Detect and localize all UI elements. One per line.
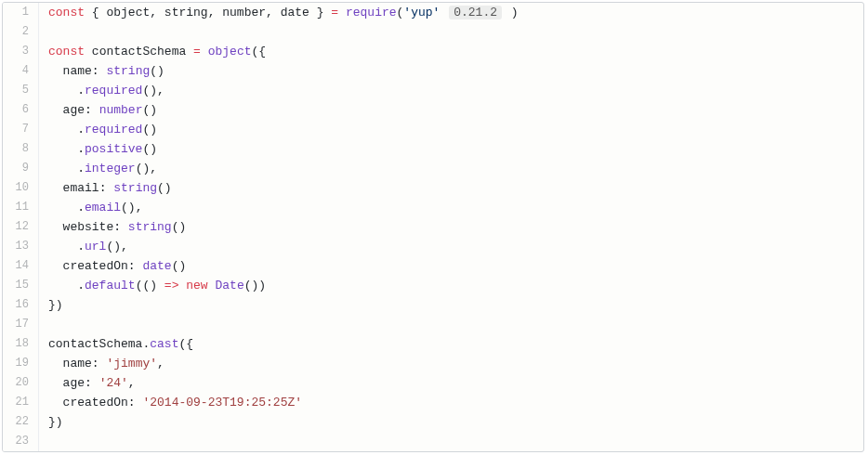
code-line: 20 age: '24', xyxy=(3,373,863,393)
line-number: 5 xyxy=(3,81,39,100)
code-line: 12 website: string() xyxy=(3,217,863,237)
code-line: 19 name: 'jimmy', xyxy=(3,354,863,373)
line-number: 3 xyxy=(3,42,39,61)
code-block: 1const { object, string, number, date } … xyxy=(2,2,864,452)
line-number: 17 xyxy=(3,315,39,334)
line-number: 14 xyxy=(3,256,39,276)
code-line: 2 xyxy=(3,22,863,42)
line-number: 18 xyxy=(3,334,39,354)
line-number: 20 xyxy=(3,373,39,393)
code-line: 17 xyxy=(3,315,863,334)
line-number: 12 xyxy=(3,217,39,237)
line-number: 22 xyxy=(3,412,39,432)
line-number: 23 xyxy=(3,432,39,451)
code-content: const contactSchema = object({ xyxy=(39,42,863,61)
code-content: age: '24', xyxy=(39,373,863,393)
code-content: .integer(), xyxy=(39,159,863,178)
code-content: email: string() xyxy=(39,178,863,198)
code-content: }) xyxy=(39,295,863,315)
line-number: 9 xyxy=(3,159,39,178)
code-content xyxy=(39,22,863,42)
code-content xyxy=(39,315,863,334)
code-content: .required() xyxy=(39,120,863,139)
line-number: 15 xyxy=(3,276,39,295)
code-line: 11 .email(), xyxy=(3,198,863,217)
line-number: 8 xyxy=(3,139,39,159)
code-line: 3const contactSchema = object({ xyxy=(3,42,863,61)
line-number: 21 xyxy=(3,393,39,412)
code-content: name: string() xyxy=(39,61,863,81)
code-line: 23 xyxy=(3,432,863,451)
code-line: 1const { object, string, number, date } … xyxy=(3,3,863,22)
code-line: 16}) xyxy=(3,295,863,315)
code-line: 8 .positive() xyxy=(3,139,863,159)
code-content: .url(), xyxy=(39,237,863,256)
line-number: 2 xyxy=(3,22,39,42)
code-line: 22}) xyxy=(3,412,863,432)
line-number: 6 xyxy=(3,100,39,120)
line-number: 16 xyxy=(3,295,39,315)
line-number: 11 xyxy=(3,198,39,217)
code-line: 10 email: string() xyxy=(3,178,863,198)
code-line: 13 .url(), xyxy=(3,237,863,256)
code-line: 5 .required(), xyxy=(3,81,863,100)
code-content: .required(), xyxy=(39,81,863,100)
line-number: 10 xyxy=(3,178,39,198)
line-number: 19 xyxy=(3,354,39,373)
code-content xyxy=(39,432,863,451)
line-number: 13 xyxy=(3,237,39,256)
code-line: 18contactSchema.cast({ xyxy=(3,334,863,354)
code-content: .default(() => new Date()) xyxy=(39,276,863,295)
code-content: const { object, string, number, date } =… xyxy=(39,3,863,22)
code-content: website: string() xyxy=(39,217,863,237)
code-line: 15 .default(() => new Date()) xyxy=(3,276,863,295)
code-line: 7 .required() xyxy=(3,120,863,139)
code-content: .positive() xyxy=(39,139,863,159)
code-line: 21 createdOn: '2014-09-23T19:25:25Z' xyxy=(3,393,863,412)
code-content: .email(), xyxy=(39,198,863,217)
code-content: name: 'jimmy', xyxy=(39,354,863,373)
version-badge: 0.21.2 xyxy=(449,6,502,20)
code-content: contactSchema.cast({ xyxy=(39,334,863,354)
code-content: age: number() xyxy=(39,100,863,120)
code-line: 4 name: string() xyxy=(3,61,863,81)
code-content: createdOn: date() xyxy=(39,256,863,276)
code-content: }) xyxy=(39,412,863,432)
code-line: 6 age: number() xyxy=(3,100,863,120)
code-line: 9 .integer(), xyxy=(3,159,863,178)
line-number: 4 xyxy=(3,61,39,81)
code-content: createdOn: '2014-09-23T19:25:25Z' xyxy=(39,393,863,412)
line-number: 1 xyxy=(3,3,39,22)
code-line: 14 createdOn: date() xyxy=(3,256,863,276)
line-number: 7 xyxy=(3,120,39,139)
